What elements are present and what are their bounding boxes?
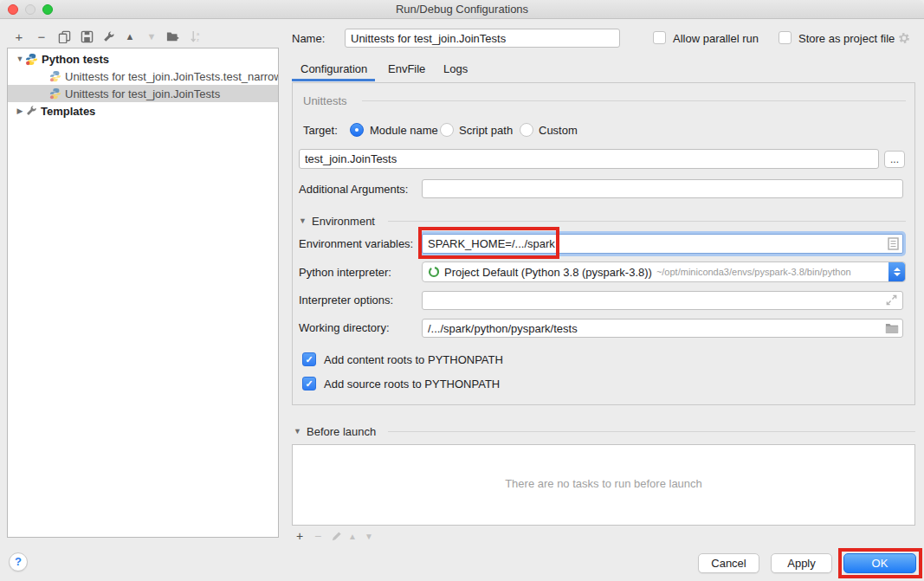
before-launch-collapse-icon[interactable]: ▼ bbox=[294, 427, 301, 436]
store-as-project-file-label: Store as project file bbox=[798, 32, 895, 45]
folder-plus-icon bbox=[166, 30, 180, 42]
apply-button[interactable]: Apply bbox=[771, 553, 832, 573]
move-down-icon[interactable]: ▼ bbox=[144, 29, 159, 44]
before-launch-move-up-icon[interactable]: ▲ bbox=[346, 529, 359, 543]
before-launch-remove-icon[interactable]: − bbox=[311, 529, 325, 543]
name-input[interactable] bbox=[345, 29, 620, 48]
target-custom-radio[interactable] bbox=[520, 123, 533, 137]
target-module-input[interactable] bbox=[299, 149, 879, 169]
target-script-path-label: Script path bbox=[459, 124, 513, 137]
environment-group-label: Environment bbox=[312, 215, 375, 228]
store-as-project-file-checkbox[interactable] bbox=[779, 31, 792, 44]
configurations-tree: ▼ Python tests Unittests for test_join.J… bbox=[7, 48, 279, 538]
python-interpreter-dropdown[interactable]: Project Default (Python 3.8 (pyspark-3.8… bbox=[422, 261, 906, 282]
before-launch-group-rule bbox=[388, 431, 915, 432]
additional-arguments-input[interactable] bbox=[422, 179, 903, 198]
python-test-icon bbox=[49, 87, 61, 100]
expand-field-icon[interactable] bbox=[885, 294, 898, 309]
save-configuration-icon[interactable] bbox=[79, 29, 94, 44]
python-tests-icon bbox=[25, 53, 38, 66]
working-directory-input[interactable] bbox=[422, 319, 903, 338]
chevron-down-icon[interactable]: ▼ bbox=[15, 55, 25, 63]
allow-parallel-run-label: Allow parallel run bbox=[673, 32, 759, 45]
store-options-gear-icon[interactable] bbox=[897, 31, 911, 48]
before-launch-empty-message: There are no tasks to run before launch bbox=[293, 477, 914, 490]
add-source-roots-checkbox[interactable]: ✓ bbox=[302, 377, 316, 391]
environment-variables-input[interactable]: SPARK_HOME=/.../spark bbox=[422, 234, 903, 254]
tree-item-label: Unittests for test_join.JoinTests.test_n… bbox=[65, 70, 278, 83]
tree-item-label: Unittests for test_join.JoinTests bbox=[65, 87, 220, 100]
target-script-path-radio[interactable] bbox=[440, 123, 454, 137]
edit-templates-icon[interactable] bbox=[100, 29, 116, 44]
svg-text:z: z bbox=[197, 37, 199, 42]
tree-item-templates[interactable]: ▶ Templates bbox=[8, 102, 278, 119]
target-custom-label: Custom bbox=[539, 124, 578, 137]
environment-group-rule bbox=[388, 221, 906, 222]
tab-envfile[interactable]: EnvFile bbox=[388, 62, 425, 75]
interpreter-stepper-icon[interactable] bbox=[888, 262, 905, 281]
new-folder-icon[interactable] bbox=[165, 29, 181, 44]
python-interpreter-label: Python interpreter: bbox=[299, 266, 391, 279]
working-directory-label: Working directory: bbox=[299, 321, 390, 334]
additional-arguments-label: Additional Arguments: bbox=[299, 183, 408, 196]
ok-button[interactable]: OK bbox=[843, 553, 916, 573]
target-label: Target: bbox=[303, 124, 338, 137]
browse-folder-icon[interactable] bbox=[885, 322, 899, 336]
tree-item-unittest-narrow[interactable]: Unittests for test_join.JoinTests.test_n… bbox=[8, 68, 278, 85]
add-source-roots-label: Add source roots to PYTHONPATH bbox=[324, 378, 500, 391]
copy-configuration-icon[interactable] bbox=[56, 29, 72, 44]
environment-variables-label: Environment variables: bbox=[299, 237, 413, 250]
tree-item-python-tests[interactable]: ▼ Python tests bbox=[8, 50, 278, 68]
env-vars-browse-icon[interactable] bbox=[888, 237, 899, 253]
run-debug-configurations-dialog: Run/Debug Configurations + − ▲ ▼ a z bbox=[0, 0, 924, 581]
before-launch-add-icon[interactable]: + bbox=[293, 529, 307, 543]
move-up-icon[interactable]: ▲ bbox=[122, 29, 138, 44]
svg-text:a: a bbox=[197, 30, 200, 36]
target-module-name-radio[interactable] bbox=[350, 123, 364, 137]
allow-parallel-run-checkbox[interactable] bbox=[653, 31, 666, 44]
add-content-roots-checkbox[interactable]: ✓ bbox=[302, 352, 316, 366]
before-launch-move-down-icon[interactable]: ▼ bbox=[362, 529, 376, 543]
chevron-right-icon[interactable]: ▶ bbox=[15, 107, 25, 115]
tab-configuration[interactable]: Configuration bbox=[300, 62, 367, 75]
add-content-roots-label: Add content roots to PYTHONPATH bbox=[324, 353, 503, 366]
pencil-icon bbox=[331, 531, 342, 542]
templates-wrench-icon bbox=[25, 105, 37, 117]
target-module-name-label: Module name bbox=[370, 124, 438, 137]
copy-icon bbox=[58, 30, 71, 43]
before-launch-edit-icon[interactable] bbox=[329, 529, 343, 543]
conda-env-icon bbox=[428, 266, 440, 278]
environment-variables-value: SPARK_HOME=/.../spark bbox=[428, 237, 555, 250]
tree-item-label: Python tests bbox=[42, 53, 109, 66]
tree-item-unittest-jointests-selected[interactable]: Unittests for test_join.JoinTests bbox=[8, 85, 278, 102]
tree-item-label: Templates bbox=[41, 105, 95, 118]
before-launch-group-label: Before launch bbox=[307, 425, 376, 438]
unittests-group-rule bbox=[362, 100, 906, 101]
active-tab-indicator bbox=[292, 79, 375, 81]
window-title: Run/Debug Configurations bbox=[0, 3, 924, 16]
cancel-button[interactable]: Cancel bbox=[698, 553, 759, 573]
sort-configurations-icon[interactable]: a z bbox=[188, 29, 204, 44]
unittests-group-label: Unittests bbox=[303, 94, 347, 107]
interpreter-options-label: Interpreter options: bbox=[299, 294, 393, 307]
wrench-icon bbox=[102, 30, 115, 43]
python-interpreter-value: Project Default (Python 3.8 (pyspark-3.8… bbox=[444, 266, 652, 279]
name-label: Name: bbox=[292, 32, 325, 45]
environment-collapse-icon[interactable]: ▼ bbox=[299, 216, 307, 225]
browse-target-button[interactable]: ... bbox=[884, 151, 905, 168]
title-bar: Run/Debug Configurations bbox=[0, 0, 924, 19]
remove-configuration-icon[interactable]: − bbox=[34, 29, 49, 44]
tab-logs[interactable]: Logs bbox=[443, 62, 468, 75]
before-launch-task-list: There are no tasks to run before launch bbox=[292, 444, 915, 526]
sort-alpha-icon: a z bbox=[190, 30, 202, 43]
python-test-icon bbox=[49, 70, 61, 82]
save-icon bbox=[81, 30, 94, 43]
python-interpreter-path: ~/opt/miniconda3/envs/pyspark-3.8/bin/py… bbox=[656, 267, 851, 277]
help-button[interactable]: ? bbox=[9, 552, 28, 571]
interpreter-options-input[interactable] bbox=[422, 291, 903, 310]
add-configuration-icon[interactable]: + bbox=[11, 29, 27, 44]
